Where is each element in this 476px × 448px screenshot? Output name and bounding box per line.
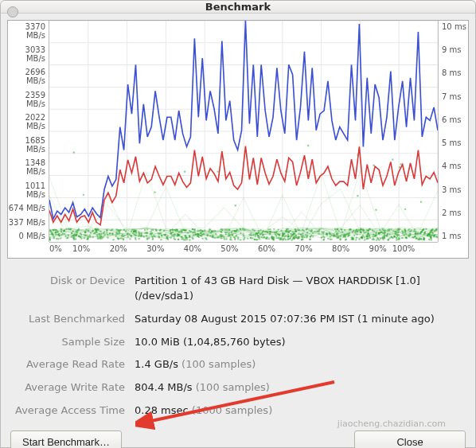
svg-point-710 xyxy=(117,237,119,239)
svg-point-222 xyxy=(138,238,139,240)
access-time-value: 0.28 msec (1000 samples) xyxy=(135,403,467,419)
svg-point-825 xyxy=(327,238,329,240)
svg-point-837 xyxy=(234,239,236,240)
svg-point-97 xyxy=(355,239,357,240)
svg-point-918 xyxy=(254,239,256,240)
svg-point-872 xyxy=(358,238,360,240)
svg-point-307 xyxy=(345,239,346,240)
svg-point-862 xyxy=(310,238,311,240)
svg-point-637 xyxy=(205,239,207,240)
titlebar: Benchmark xyxy=(1,1,475,14)
svg-point-694 xyxy=(322,236,324,237)
svg-point-169 xyxy=(192,238,193,240)
svg-point-679 xyxy=(294,238,295,240)
svg-point-853 xyxy=(256,239,258,240)
svg-point-709 xyxy=(250,237,252,239)
svg-point-319 xyxy=(83,194,84,196)
read-rate-value: 1.4 GB/s (100 samples) xyxy=(135,357,467,372)
svg-point-911 xyxy=(269,228,271,230)
svg-point-820 xyxy=(364,239,365,240)
svg-point-376 xyxy=(378,239,380,240)
svg-point-425 xyxy=(184,171,185,173)
svg-point-624 xyxy=(387,239,388,240)
svg-point-559 xyxy=(373,165,374,166)
sample-size-value: 10.0 MiB (1,04,85,760 bytes) xyxy=(135,335,467,350)
read-rate-label: Average Read Rate xyxy=(9,357,135,372)
svg-point-413 xyxy=(396,239,397,240)
svg-point-538 xyxy=(428,239,430,240)
svg-point-138 xyxy=(404,208,406,210)
x-axis: 0%10%20%30%40%50%60%70%80%90%100% xyxy=(49,242,438,258)
svg-point-405 xyxy=(330,238,332,240)
svg-point-801 xyxy=(97,238,99,240)
svg-point-642 xyxy=(178,239,179,240)
svg-point-412 xyxy=(418,239,419,240)
benchmark-chart: 3370 MB/s3033 MB/s2696 MB/s2359 MB/s2022… xyxy=(7,20,469,259)
last-benchmarked-value: Saturday 08 August 2015 07:07:36 PM IST … xyxy=(135,312,467,327)
svg-point-833 xyxy=(322,239,324,240)
svg-point-760 xyxy=(273,238,275,240)
write-rate-label: Average Write Rate xyxy=(9,380,135,395)
svg-point-608 xyxy=(373,237,374,239)
svg-point-619 xyxy=(237,238,239,240)
access-time-label: Average Access Time xyxy=(9,403,135,419)
svg-point-748 xyxy=(301,239,302,240)
svg-point-116 xyxy=(123,239,124,240)
svg-point-887 xyxy=(247,237,248,239)
svg-point-541 xyxy=(167,239,169,240)
svg-point-768 xyxy=(135,239,136,240)
sample-size-label: Sample Size xyxy=(9,335,135,350)
y-axis-right: 10 ms9 ms8 ms7 ms6 ms5 ms4 ms3 ms2 ms1 m… xyxy=(438,21,468,242)
svg-point-841 xyxy=(174,239,176,240)
benchmark-dialog: Benchmark 3370 MB/s3033 MB/s2696 MB/s235… xyxy=(0,0,476,448)
svg-point-800 xyxy=(352,238,353,240)
svg-point-463 xyxy=(430,239,431,240)
details-grid: Disk or Device Partition 1 of 43 GB Hard… xyxy=(9,270,467,423)
svg-point-43 xyxy=(240,239,241,240)
svg-point-406 xyxy=(376,239,377,240)
close-button[interactable]: Close xyxy=(354,430,466,448)
button-bar: Start Benchmark… Close xyxy=(7,426,469,448)
svg-point-674 xyxy=(423,239,425,240)
plot-area xyxy=(49,21,438,242)
close-window-icon[interactable] xyxy=(7,6,18,18)
start-benchmark-button[interactable]: Start Benchmark… xyxy=(10,430,122,448)
last-benchmarked-label: Last Benchmarked xyxy=(9,312,135,327)
svg-point-817 xyxy=(283,239,284,240)
svg-point-236 xyxy=(225,238,227,240)
svg-point-294 xyxy=(420,201,422,202)
svg-point-717 xyxy=(154,191,155,193)
svg-point-814 xyxy=(392,158,393,160)
svg-point-241 xyxy=(375,209,377,211)
svg-point-542 xyxy=(229,239,231,240)
disk-label: Disk or Device xyxy=(9,274,135,304)
svg-point-764 xyxy=(235,205,236,206)
svg-point-178 xyxy=(259,238,260,240)
svg-point-631 xyxy=(119,237,121,239)
svg-point-755 xyxy=(252,237,253,239)
svg-point-330 xyxy=(75,238,76,240)
svg-point-688 xyxy=(217,170,218,172)
svg-point-904 xyxy=(273,228,275,230)
svg-point-322 xyxy=(307,145,309,146)
write-rate-value: 804.4 MB/s (100 samples) xyxy=(135,380,467,395)
svg-point-739 xyxy=(189,239,190,240)
svg-point-333 xyxy=(357,195,358,197)
svg-point-125 xyxy=(73,151,75,153)
svg-point-552 xyxy=(144,229,146,231)
svg-point-573 xyxy=(160,239,162,240)
svg-point-609 xyxy=(129,238,131,240)
svg-point-369 xyxy=(243,239,244,240)
svg-point-633 xyxy=(367,238,369,240)
svg-point-715 xyxy=(183,239,185,240)
window-title: Benchmark xyxy=(205,1,271,13)
svg-point-779 xyxy=(285,239,287,240)
svg-point-842 xyxy=(152,239,154,240)
svg-point-880 xyxy=(99,238,101,240)
disk-value: Partition 1 of 43 GB Hard Disk — VBOX HA… xyxy=(135,274,467,304)
svg-point-611 xyxy=(287,239,289,240)
svg-point-494 xyxy=(112,239,114,240)
y-axis-left: 3370 MB/s3033 MB/s2696 MB/s2359 MB/s2022… xyxy=(8,21,49,242)
svg-point-509 xyxy=(420,238,422,240)
